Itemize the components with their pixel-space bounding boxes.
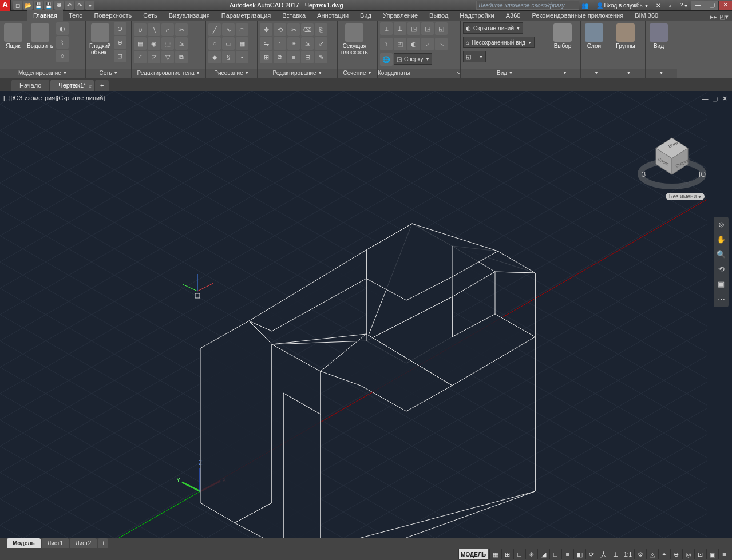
signin-button[interactable]: 👤 Вход в службы ▾: [594, 1, 650, 10]
visual-style-dropdown[interactable]: ◐ Скрытие линий ▼: [463, 22, 523, 34]
qat-open-icon[interactable]: 📂: [23, 1, 33, 10]
viewcube[interactable]: З Ю Верх Слева Спереди: [635, 120, 709, 194]
vp-maximize-icon[interactable]: ▢: [711, 94, 719, 102]
ribbon-scroll-icon[interactable]: ▸▸: [710, 13, 717, 21]
tab-main[interactable]: Главная: [27, 10, 63, 21]
app-menu-icon[interactable]: A: [0, 0, 11, 11]
status-ws-icon[interactable]: ✦: [658, 549, 670, 559]
panel-modeling-title[interactable]: Моделирование▼: [0, 69, 85, 78]
nav-showmotion-icon[interactable]: ▣: [715, 279, 727, 290]
groups-button[interactable]: Группы: [615, 22, 636, 50]
mesh-more-icon[interactable]: ⊕: [114, 22, 126, 35]
offset-icon[interactable]: ⧉: [175, 51, 188, 63]
ucs-icon9[interactable]: ⟋: [421, 38, 434, 50]
section-plane-button[interactable]: Секущая плоскость: [340, 22, 369, 57]
extrude-button[interactable]: Выдавить: [26, 22, 54, 50]
status-custom-icon[interactable]: ≡: [718, 549, 730, 559]
minimize-button[interactable]: —: [691, 1, 705, 10]
point-icon[interactable]: •: [236, 51, 248, 63]
panel-modify-title[interactable]: Редактирование▼: [258, 69, 337, 78]
tab-view[interactable]: Вид: [354, 10, 377, 21]
viewcube-ucs-label[interactable]: Без имени ▾: [666, 193, 705, 200]
mesh-less-icon[interactable]: ⊖: [114, 36, 126, 49]
saved-view-dropdown[interactable]: ⌂ Несохраненный вид ▼: [463, 37, 535, 48]
layers-button[interactable]: Слои: [583, 22, 605, 50]
tab-addins[interactable]: Надстройки: [454, 10, 500, 21]
tab-mesh[interactable]: Сеть: [137, 10, 163, 21]
tab-visualize[interactable]: Визуализация: [163, 10, 216, 21]
union-icon[interactable]: ∪: [134, 23, 147, 36]
tab-model[interactable]: Модель: [7, 538, 41, 548]
sweep-icon[interactable]: ⌇: [56, 36, 69, 49]
status-clean-icon[interactable]: ▣: [706, 549, 718, 559]
tab-sheet1[interactable]: Лист1: [42, 538, 69, 548]
status-hw-icon[interactable]: ⊡: [694, 549, 706, 559]
status-model-button[interactable]: МОДЕЛЬ: [458, 549, 488, 559]
status-anno-icon[interactable]: ◬: [646, 549, 658, 559]
help-search-input[interactable]: Введите ключевое слово/фразу: [476, 1, 579, 10]
chamfer-icon[interactable]: ◸: [148, 51, 160, 63]
vp-close-icon[interactable]: ✕: [721, 94, 729, 102]
panel-layers-expand[interactable]: ▼: [581, 69, 612, 78]
stretch-icon[interactable]: ⇲: [301, 37, 314, 50]
circle-icon[interactable]: ○: [208, 37, 221, 50]
panel-section-title[interactable]: Сечение▼: [338, 69, 377, 78]
panel-mesh-title[interactable]: Сеть▼: [86, 69, 131, 78]
ucs-icon10[interactable]: ⟍: [435, 38, 448, 50]
view-top-dropdown[interactable]: ◳ Сверху ▼: [394, 53, 432, 65]
panel-selection-expand[interactable]: ▼: [549, 69, 580, 78]
status-gear-icon[interactable]: ⚙: [634, 549, 646, 559]
revolve-icon[interactable]: ◐: [56, 22, 69, 35]
nav-orbit-icon[interactable]: ⟲: [715, 264, 727, 275]
subtract-icon[interactable]: ∖: [148, 23, 160, 36]
maximize-button[interactable]: ▢: [705, 1, 718, 10]
status-3dosnap-icon[interactable]: 人: [598, 549, 609, 559]
ucs-icon7[interactable]: ◰: [394, 38, 406, 50]
status-grid-icon[interactable]: ▦: [489, 549, 501, 559]
mesh-refine-icon[interactable]: ⊡: [114, 50, 126, 62]
panel-solidedit-title[interactable]: Редактирование тела▼: [132, 69, 205, 78]
intersect-icon[interactable]: ∩: [161, 23, 174, 36]
drawing-viewport[interactable]: [−][ЮЗ изометрия][Скрытие линий] — ▢ ✕ X…: [0, 91, 732, 538]
shell-icon[interactable]: ⬚: [161, 37, 174, 50]
tab-output[interactable]: Вывод: [424, 10, 454, 21]
qat-more-icon[interactable]: ▾: [85, 1, 94, 10]
status-polar-icon[interactable]: ✳: [525, 549, 537, 559]
helix-icon[interactable]: §: [222, 51, 235, 63]
ribbon-expand-icon[interactable]: ◰▾: [719, 13, 729, 21]
wcs-icon[interactable]: 🌐: [380, 53, 393, 66]
taper-icon[interactable]: ▽: [161, 51, 174, 63]
status-isolate-icon[interactable]: ◎: [682, 549, 694, 559]
ucs-icon3[interactable]: ◳: [407, 22, 420, 35]
loft-icon[interactable]: ◊: [56, 50, 69, 62]
tab-bim360[interactable]: BIM 360: [629, 10, 664, 21]
status-dyn-icon[interactable]: ⊥: [610, 549, 621, 559]
status-iso-icon[interactable]: ◢: [537, 549, 549, 559]
qat-new-icon[interactable]: ◻: [13, 1, 22, 10]
trim-icon[interactable]: ✂: [287, 23, 300, 36]
tab-drawing[interactable]: Чертеж1*×: [50, 80, 94, 91]
scale-icon[interactable]: ⤢: [315, 37, 327, 50]
pedit-icon[interactable]: ✎: [315, 51, 327, 63]
extract-icon[interactable]: ⇲: [175, 37, 188, 50]
status-snap-icon[interactable]: ⊞: [501, 549, 513, 559]
nav-pan-icon[interactable]: ✋: [715, 234, 727, 245]
explode-icon[interactable]: ✴: [287, 37, 300, 50]
tab-add-layout[interactable]: +: [98, 538, 108, 548]
box-button[interactable]: Ящик: [2, 22, 24, 50]
move-icon[interactable]: ✥: [260, 23, 272, 36]
hatch-icon[interactable]: ▦: [236, 37, 248, 50]
ucs-icon4[interactable]: ◲: [421, 22, 434, 35]
qat-save-icon[interactable]: 💾: [34, 1, 43, 10]
qat-plot-icon[interactable]: 🖶: [54, 1, 64, 10]
qat-saveas-icon[interactable]: 💾: [44, 1, 53, 10]
panel-viewbtn-expand[interactable]: ▼: [646, 69, 677, 78]
infocenter-icon[interactable]: 👥: [579, 1, 591, 10]
copy-icon[interactable]: ⎘: [315, 23, 327, 36]
nav-wheel-icon[interactable]: ⊚: [715, 219, 727, 231]
erase-icon[interactable]: ⌫: [301, 23, 314, 36]
tab-add-button[interactable]: +: [95, 80, 109, 91]
qat-redo-icon[interactable]: ↷: [75, 1, 84, 10]
tab-annotate[interactable]: Аннотации: [311, 10, 354, 21]
rotate-icon[interactable]: ⟲: [274, 23, 286, 36]
